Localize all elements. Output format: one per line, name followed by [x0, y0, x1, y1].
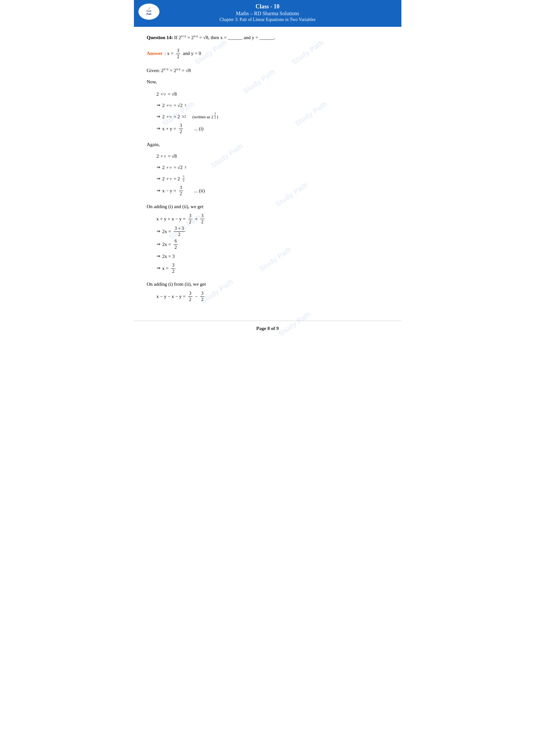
header-class: Class - 10	[140, 3, 395, 10]
step-3-1: x + y + x − y = 3 2 + 3 2	[156, 213, 388, 225]
answer-label: Answer	[147, 49, 163, 58]
fraction-3plus3-2: 3 + 3 2	[174, 226, 185, 237]
adding-statement: On adding (i) and (ii), we get	[147, 202, 388, 211]
step-3-2: ⇒ 2x = 3 + 3 2	[156, 226, 388, 237]
step-3-5: ⇒ x = 3 2	[156, 262, 388, 274]
fraction-x-result: 3 2	[171, 262, 175, 274]
step-3-4: ⇒ 2x = 3	[156, 251, 388, 262]
header-subject: Maths – RD Sharma Solutions	[140, 11, 395, 16]
again-text: Again,	[147, 141, 388, 149]
question-text: Question 14: If 2x+y = 2x-y = √8, then x…	[147, 33, 388, 42]
fraction-3-2-eq2: 3 2	[179, 185, 183, 197]
fraction-3-2-c: 3 2	[188, 290, 192, 303]
math-block-1: 2x+y = √8 ⇒ 2x+y = √23 ⇒ 2x+y = 23/2 (wr…	[156, 89, 388, 135]
fraction-3-2-a: 3 2	[188, 213, 192, 225]
step-2-4: ⇒ x − y = 3 2 ... (ii)	[156, 185, 388, 197]
now-text: Now,	[147, 78, 388, 86]
fraction-3-2-d: 3 2	[200, 290, 205, 303]
answer-line: Answer : x = 3 2 and y = 0	[147, 48, 388, 60]
answer-and-y: and y = 0	[183, 49, 201, 58]
math-block-3: x + y + x − y = 3 2 + 3 2 ⇒ 2x = 3 + 3 2	[156, 213, 388, 275]
step-2-3: ⇒ 2x−y = 232	[156, 174, 388, 184]
fraction-3-2-b: 3 2	[200, 213, 205, 225]
step-1-2: ⇒ 2x+y = √23	[156, 100, 388, 111]
step-3-3: ⇒ 2x = 6 2	[156, 238, 388, 250]
logo: 📝 Study Path	[138, 3, 160, 20]
fraction-6-2: 6 2	[174, 238, 178, 250]
step-4-1: x − y − x − y = 3 2 − 3 2	[156, 290, 388, 303]
logo-text-study: Study	[146, 10, 152, 13]
answer-text: : x =	[165, 49, 174, 58]
header-chapter: Chapter 3: Pair of Linear Equations in T…	[140, 17, 395, 22]
logo-text-path: Path	[147, 13, 152, 15]
math-block-4: x − y − x − y = 3 2 − 3 2	[156, 290, 388, 303]
step-2-1: 2x−y = √8	[156, 151, 388, 162]
step-2-2: ⇒ 2x−y = √23	[156, 162, 388, 173]
given-statement: Given: 2x+y = 2x-y = √8	[147, 66, 388, 75]
step-1-3: ⇒ 2x+y = 23/2 (written as 232)	[156, 112, 388, 122]
page-number: Page 8 of 9	[256, 326, 279, 331]
page-header: 📝 Study Path Class - 10 Maths – RD Sharm…	[134, 0, 401, 27]
fraction-3-2-eq1: 3 2	[179, 123, 183, 135]
math-block-2: 2x−y = √8 ⇒ 2x−y = √23 ⇒ 2x−y = 232 ⇒ x …	[156, 151, 388, 197]
page-content: Study Path Study Path Study Path Study P…	[134, 27, 401, 311]
page-footer: Page 8 of 9	[134, 321, 401, 336]
question-label: Question 14:	[147, 35, 173, 40]
answer-fraction-x: 3 2	[176, 48, 180, 60]
step-1-1: 2x+y = √8	[156, 89, 388, 99]
subtracting-statement: On adding (i) from (ii), we get	[147, 280, 388, 289]
step-1-4: ⇒ x + y = 3 2 ... (i)	[156, 123, 388, 135]
